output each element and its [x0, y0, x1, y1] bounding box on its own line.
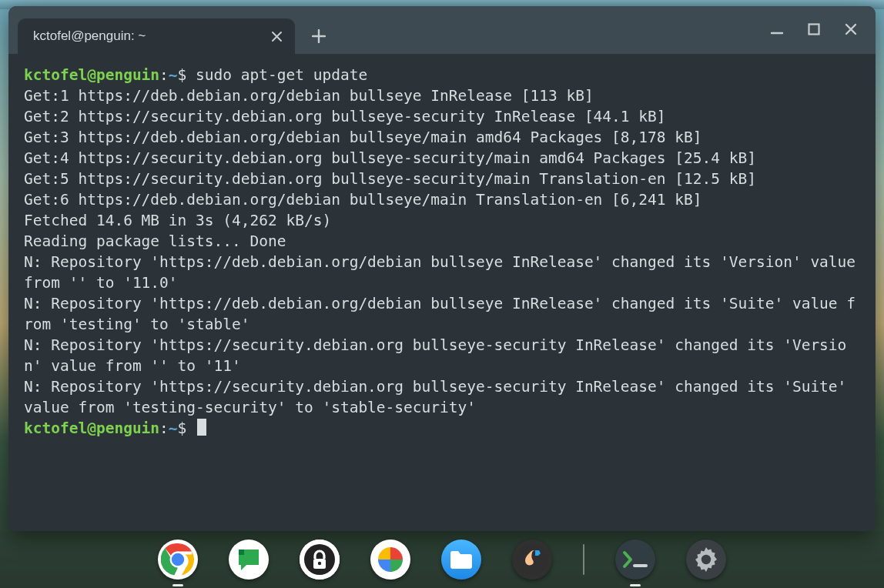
shelf-app-muscle[interactable] [512, 540, 552, 580]
output-line: Get:6 https://deb.debian.org/debian bull… [24, 191, 702, 209]
output-line: Get:1 https://deb.debian.org/debian bull… [24, 87, 594, 105]
close-icon [271, 31, 283, 42]
output-line: Get:2 https://security.debian.org bullse… [24, 108, 666, 125]
svg-point-7 [318, 562, 321, 565]
prompt-user: kctofel@penguin [24, 66, 159, 84]
output-line: Fetched 14.6 MB in 3s (4,262 kB/s) [24, 212, 331, 229]
shelf-app-files[interactable] [441, 540, 481, 580]
close-tab-button[interactable] [266, 25, 287, 47]
output-line: Get:3 https://deb.debian.org/debian bull… [24, 129, 702, 146]
command-1: sudo apt-get update [196, 66, 367, 84]
prompt-sep1: : [159, 66, 169, 84]
muscle-icon [517, 544, 547, 575]
output-line: N: Repository 'https://deb.debian.org/de… [24, 295, 856, 333]
minimize-icon [770, 22, 784, 36]
prompt-path: ~ [169, 419, 178, 437]
shelf [0, 531, 884, 588]
lock-icon [300, 540, 340, 580]
prompt-path: ~ [169, 66, 178, 84]
plus-icon [312, 29, 326, 43]
output-line: Get:5 https://security.debian.org bullse… [24, 170, 756, 188]
svg-point-9 [702, 555, 711, 564]
shelf-app-photos[interactable] [370, 540, 410, 580]
terminal-icon [622, 550, 648, 569]
chat-icon [236, 546, 262, 573]
prompt-user: kctofel@penguin [24, 419, 159, 437]
gear-icon [692, 546, 720, 573]
prompt-sep2: $ [178, 419, 196, 437]
photos-icon [375, 544, 406, 575]
prompt-sep1: : [159, 419, 169, 437]
cursor [197, 419, 206, 436]
maximize-button[interactable] [797, 14, 831, 45]
close-icon [844, 22, 858, 36]
output-line: Get:4 https://security.debian.org bullse… [24, 149, 756, 167]
tab-terminal[interactable]: kctofel@penguin: ~ [18, 18, 295, 54]
close-window-button[interactable] [834, 14, 868, 45]
window-controls [760, 14, 868, 45]
shelf-app-chrome[interactable] [158, 540, 198, 580]
chrome-icon [161, 543, 195, 576]
svg-rect-0 [809, 25, 819, 35]
terminal-window: kctofel@penguin: ~ kctofel@penguin:~$ su… [8, 6, 876, 531]
shelf-divider [583, 544, 584, 575]
output-line: N: Repository 'https://security.debian.o… [24, 336, 846, 375]
tab-strip: kctofel@penguin: ~ [8, 6, 876, 54]
output-line: N: Repository 'https://deb.debian.org/de… [24, 253, 865, 292]
folder-icon [449, 549, 474, 570]
shelf-app-secrets[interactable] [300, 540, 340, 580]
tab-title: kctofel@penguin: ~ [33, 28, 266, 44]
shelf-app-terminal[interactable] [615, 540, 655, 580]
shelf-app-settings[interactable] [686, 540, 726, 580]
prompt-sep2: $ [178, 66, 196, 84]
svg-point-3 [172, 553, 184, 566]
output-line: N: Repository 'https://security.debian.o… [24, 378, 856, 416]
maximize-icon [807, 22, 821, 36]
minimize-button[interactable] [760, 14, 794, 45]
shelf-app-chat[interactable] [229, 540, 269, 580]
new-tab-button[interactable] [304, 22, 333, 51]
output-line: Reading package lists... Done [24, 232, 286, 250]
terminal-body[interactable]: kctofel@penguin:~$ sudo apt-get update G… [8, 54, 876, 531]
